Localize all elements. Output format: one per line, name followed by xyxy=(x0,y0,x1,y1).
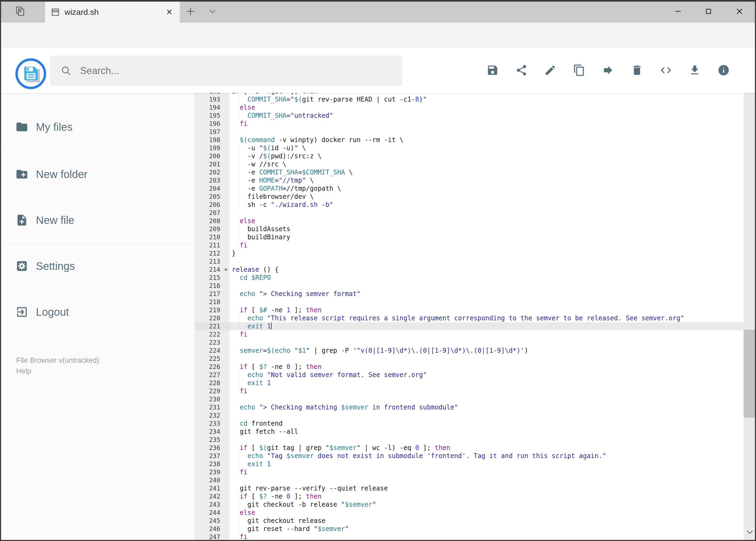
active-tab[interactable]: wizard.sh ✕ xyxy=(45,1,180,23)
code-line[interactable]: 244 else xyxy=(194,509,744,517)
scroll-down-icon[interactable] xyxy=(745,527,754,536)
search-bar[interactable] xyxy=(50,56,402,86)
code-line[interactable]: 230 xyxy=(194,395,744,403)
code-line[interactable]: 209 buildAssets xyxy=(194,225,744,233)
code-text: -e GOPATH=//tmp/gopath \ xyxy=(229,185,744,193)
move-icon[interactable] xyxy=(602,64,614,76)
code-line[interactable]: 200 -v /$(pwd):/src:z \ xyxy=(194,152,744,160)
sidebar-item-new-folder[interactable]: New folder xyxy=(0,162,194,187)
code-text: git fetch --all xyxy=(229,427,744,436)
code-line[interactable]: 218 xyxy=(194,298,744,306)
code-line[interactable]: 233 cd frontend xyxy=(194,419,744,427)
filebrowser-logo[interactable] xyxy=(15,58,46,89)
download-icon[interactable] xyxy=(688,64,701,76)
new-tab-icon[interactable] xyxy=(185,5,196,17)
sidebar-item-my-files[interactable]: My files xyxy=(0,115,194,139)
search-input[interactable] xyxy=(80,65,402,77)
code-line[interactable]: 237 echo "Tag $semver does not exist in … xyxy=(194,452,744,460)
code-line[interactable]: 199 -u "$(id -u)" \ xyxy=(194,144,744,152)
page-scrollbar[interactable] xyxy=(744,48,756,540)
save-icon[interactable] xyxy=(486,64,499,76)
code-line[interactable]: 219 if [ $# -ne 1 ]; then xyxy=(194,306,744,314)
code-line[interactable]: 192if [ -d ".git" ]; then xyxy=(194,93,744,95)
code-line[interactable]: 222 fi xyxy=(194,330,744,338)
code-line[interactable]: 213 xyxy=(194,258,744,266)
close-button[interactable] xyxy=(733,5,746,18)
code-line[interactable]: 208 else xyxy=(194,217,744,225)
code-line[interactable]: 202 -e COMMIT_SHA=$COMMIT_SHA \ xyxy=(194,168,744,176)
line-number: 237 xyxy=(194,452,229,460)
code-line[interactable]: 195 COMMIT_SHA="untracked" xyxy=(194,112,744,120)
code-line[interactable]: 214release () { xyxy=(194,266,744,273)
code-editor[interactable]: 192if [ -d ".git" ]; then193 COMMIT_SHA=… xyxy=(194,93,744,541)
maximize-button[interactable] xyxy=(702,5,715,18)
code-text: echo "Tag $semver does not exist in subm… xyxy=(229,452,744,460)
code-line[interactable]: 235 xyxy=(194,436,744,444)
code-line[interactable]: 197 xyxy=(194,128,744,136)
code-line[interactable]: 205 filebrowser/dev \ xyxy=(194,193,744,201)
code-line[interactable]: 243 git checkout -b release "$semver" xyxy=(194,500,744,509)
code-line[interactable]: 223 xyxy=(194,338,744,346)
code-line[interactable]: 246 git reset --hard "$semver" xyxy=(194,525,744,533)
line-number: 196 xyxy=(194,120,229,128)
line-number: 201 xyxy=(194,160,229,168)
sidebar-item-new-file[interactable]: New file xyxy=(0,208,194,233)
edit-icon[interactable] xyxy=(544,64,557,76)
sidebar-item-logout[interactable]: Logout xyxy=(0,299,194,324)
fold-arrow-icon[interactable] xyxy=(224,269,228,271)
minimize-button[interactable] xyxy=(671,5,684,18)
code-line[interactable]: 193 COMMIT_SHA="$(git rev-parse HEAD | c… xyxy=(194,95,744,104)
delete-icon[interactable] xyxy=(631,64,643,76)
code-line[interactable]: 239 fi xyxy=(194,468,744,476)
line-number: 202 xyxy=(194,168,229,176)
code-line[interactable]: 227 echo "Not valid semver format. See s… xyxy=(194,371,744,379)
code-text: fi xyxy=(229,241,744,249)
code-line[interactable]: 236 if [ $(git tag | grep "$semver" | wc… xyxy=(194,444,744,452)
code-line[interactable]: 217 echo "> Checking semver format" xyxy=(194,290,744,298)
code-text: if [ -d ".git" ]; then xyxy=(229,93,744,95)
code-line[interactable]: 245 git checkout release xyxy=(194,517,744,525)
logout-icon xyxy=(15,305,28,318)
code-line[interactable]: 232 xyxy=(194,411,744,419)
code-text: echo "This release script requires a sin… xyxy=(229,314,744,322)
code-icon[interactable] xyxy=(660,64,672,76)
line-number: 200 xyxy=(194,152,229,160)
code-line[interactable]: 242 if [ $? -ne 0 ]; then xyxy=(194,492,744,500)
code-line[interactable]: 228 exit 1 xyxy=(194,379,744,387)
code-line[interactable]: 194 else xyxy=(194,104,744,112)
tab-close-icon[interactable]: ✕ xyxy=(166,8,173,16)
code-line[interactable]: 215 cd $REPO xyxy=(194,273,744,282)
help-link[interactable]: Help xyxy=(16,366,99,376)
code-line[interactable]: 240 xyxy=(194,476,744,484)
tab-dropdown-icon[interactable] xyxy=(206,8,218,16)
code-line[interactable]: 220 echo "This release script requires a… xyxy=(194,314,744,322)
info-icon[interactable] xyxy=(717,64,730,76)
copy-icon[interactable] xyxy=(573,64,586,76)
sidebar-item-settings[interactable]: Settings xyxy=(0,254,194,278)
code-line[interactable]: 216 xyxy=(194,282,744,290)
code-line[interactable]: 211 fi xyxy=(194,241,744,249)
code-line[interactable]: 203 -e HOME="//tmp" \ xyxy=(194,176,744,185)
code-line[interactable]: 224 semver=$(echo "$1" | grep -P '^v(0|[… xyxy=(194,346,744,355)
code-line[interactable]: 226 if [ $? -ne 0 ]; then xyxy=(194,363,744,371)
code-line[interactable]: 212} xyxy=(194,249,744,258)
code-line[interactable]: 210 buildBinary xyxy=(194,233,744,241)
tab-preview-icon[interactable] xyxy=(14,5,26,17)
scrollbar-thumb[interactable] xyxy=(744,330,756,417)
code-line[interactable]: 241 git rev-parse --verify --quiet relea… xyxy=(194,484,744,492)
code-line[interactable]: 234 git fetch --all xyxy=(194,427,744,436)
code-line[interactable]: 207 xyxy=(194,209,744,217)
code-line[interactable]: 238 exit 1 xyxy=(194,460,744,468)
code-line[interactable]: 204 -e GOPATH=//tmp/gopath \ xyxy=(194,185,744,193)
code-line[interactable]: 198 $(command -v winpty) docker run --rm… xyxy=(194,136,744,144)
code-line[interactable]: 229 fi xyxy=(194,387,744,395)
code-line[interactable]: 201 -w //src \ xyxy=(194,160,744,168)
code-line[interactable]: 231 echo "> Checking matching $semver in… xyxy=(194,403,744,411)
code-line[interactable]: 225 xyxy=(194,355,744,363)
code-text xyxy=(229,476,744,484)
share-icon[interactable] xyxy=(515,64,528,76)
code-line[interactable]: 221 exit 1 xyxy=(194,322,744,330)
code-line[interactable]: 196 fi xyxy=(194,120,744,128)
code-line[interactable]: 206 sh -c "./wizard.sh -b" xyxy=(194,201,744,209)
line-number: 214 xyxy=(194,266,229,273)
